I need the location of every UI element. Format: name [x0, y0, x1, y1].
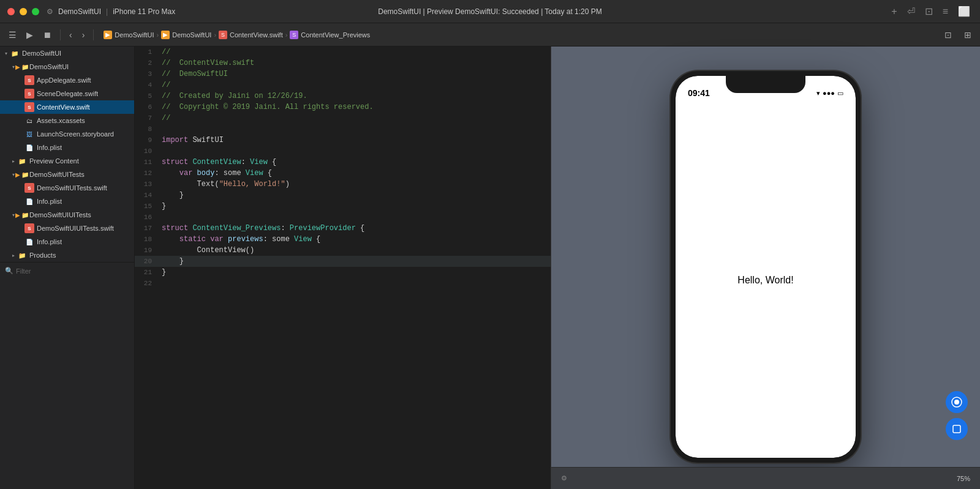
line-content [157, 212, 551, 223]
sidebar-item-assets.xcassets[interactable]: 🗂Assets.xcassets [0, 114, 134, 127]
sidebar-item-demoswiftui[interactable]: ▾▶ 📁DemoSwiftUI [0, 60, 134, 73]
code-line-11[interactable]: 11struct ContentView: View { [135, 157, 551, 168]
breadcrumb-symbol[interactable]: ContentView_Previews [301, 31, 370, 39]
status-time: 09:41 [688, 88, 710, 98]
line-number: 10 [135, 146, 157, 157]
sidebar-item-appdelegate.swift[interactable]: SAppDelegate.swift [0, 73, 134, 87]
toolbar-separator-2 [93, 29, 94, 40]
sidebar-item-demoswiftui[interactable]: ▾📁DemoSwiftUI [0, 47, 134, 60]
code-line-17[interactable]: 17struct ContentView_Previews: PreviewPr… [135, 223, 551, 234]
code-line-4[interactable]: 4// [135, 80, 551, 91]
folder-icon: 📁 [17, 250, 27, 260]
sidebar-item-launchscreen.storyboard[interactable]: 🖼LaunchScreen.storyboard [0, 127, 134, 141]
svg-point-1 [954, 400, 959, 405]
run-button[interactable]: ▶ [23, 28, 37, 42]
filter-icon: 🔍 [5, 267, 13, 275]
code-line-19[interactable]: 19 ContentView() [135, 245, 551, 256]
sidebar-item-info.plist[interactable]: 📄Info.plist [0, 141, 134, 154]
sidebar-item-label: ContentView.swift [37, 103, 90, 111]
line-content: // DemoSwiftUI [157, 69, 551, 80]
sidebar-item-products[interactable]: ▸📁Products [0, 248, 134, 262]
sidebar-item-demoswiftuitests.swift[interactable]: SDemoSwiftUITests.swift [0, 181, 134, 195]
editor-content[interactable]: 1//2// ContentView.swift3// DemoSwiftUI4… [135, 47, 551, 489]
maximize-button[interactable] [32, 8, 39, 15]
line-number: 19 [135, 245, 157, 256]
sidebar-item-preview-content[interactable]: ▸📁Preview Content [0, 154, 134, 168]
breadcrumb-struct-icon: S [290, 31, 298, 39]
line-number: 8 [135, 124, 157, 135]
sidebar-item-info.plist[interactable]: 📄Info.plist [0, 195, 134, 208]
code-line-15[interactable]: 15} [135, 201, 551, 212]
code-line-12[interactable]: 12 var body: some View { [135, 168, 551, 179]
code-line-16[interactable]: 16 [135, 212, 551, 223]
sidebar-item-label: Products [29, 252, 56, 259]
line-number: 2 [135, 58, 157, 69]
breadcrumb-group[interactable]: DemoSwiftUI [172, 31, 211, 39]
scheme-icon: ⚙ [47, 7, 53, 16]
sidebar-item-scenedelegate.swift[interactable]: SSceneDelegate.swift [0, 87, 134, 100]
breadcrumb-file[interactable]: ContentView.swift [230, 31, 283, 39]
sidebar-item-label: Info.plist [37, 198, 62, 205]
sidebar-item-demoswiftuitests[interactable]: ▾▶ 📁DemoSwiftUITests [0, 168, 134, 181]
sidebar-item-demoswiftuiuitests[interactable]: ▾▶ 📁DemoSwiftUIUITests [0, 208, 134, 222]
sidebar-toggle-button[interactable]: ☰ [5, 28, 20, 42]
breadcrumb-sep-1: › [157, 31, 159, 39]
folder-icon: ▶ 📁 [17, 62, 27, 72]
add-tab-button[interactable]: + [889, 5, 899, 18]
code-line-6[interactable]: 6// Copyright © 2019 Jaini. All rights r… [135, 102, 551, 113]
fullscreen-button[interactable]: ⬜ [956, 4, 973, 18]
root-folder-icon: 📁 [10, 48, 20, 58]
code-line-8[interactable]: 8 [135, 124, 551, 135]
layout-button[interactable]: ⊞ [960, 28, 975, 42]
toolbar-separator-1 [60, 29, 61, 40]
code-line-10[interactable]: 10 [135, 146, 551, 157]
stack-view-button[interactable]: ≡ [940, 5, 951, 18]
sidebar-item-contentview.swift[interactable]: SContentView.swift [0, 100, 134, 114]
line-number: 17 [135, 223, 157, 234]
code-line-9[interactable]: 9import SwiftUI [135, 135, 551, 146]
breadcrumb-project[interactable]: DemoSwiftUI [115, 31, 154, 39]
stop-button[interactable]: ⏹ [39, 28, 55, 42]
close-button[interactable] [7, 8, 15, 15]
line-content: struct ContentView: View { [157, 157, 551, 168]
breadcrumb: ▶ DemoSwiftUI › ▶ DemoSwiftUI › S Conten… [104, 31, 370, 39]
back-button[interactable]: ‹ [66, 28, 76, 42]
code-line-22[interactable]: 22 [135, 278, 551, 289]
line-content [157, 278, 551, 289]
enter-button[interactable]: ⏎ [905, 4, 918, 18]
code-line-20[interactable]: 20 } [135, 256, 551, 267]
code-editor[interactable]: 1//2// ContentView.swift3// DemoSwiftUI4… [135, 47, 551, 489]
code-line-18[interactable]: 18 static var previews: some View { [135, 234, 551, 245]
line-number: 16 [135, 212, 157, 223]
code-line-5[interactable]: 5// Created by Jaini on 12/26/19. [135, 91, 551, 102]
code-line-2[interactable]: 2// ContentView.swift [135, 58, 551, 69]
inspect-button[interactable] [946, 418, 968, 440]
forward-button[interactable]: › [78, 28, 89, 42]
code-line-14[interactable]: 14 } [135, 190, 551, 201]
minimize-button[interactable] [20, 8, 27, 15]
split-view-button[interactable]: ⊡ [922, 4, 935, 18]
line-number: 7 [135, 113, 157, 124]
preview-bottom-left: ⚙ [561, 474, 567, 482]
code-line-7[interactable]: 7// [135, 113, 551, 124]
line-number: 21 [135, 267, 157, 278]
line-number: 20 [135, 256, 157, 267]
titlebar-status: DemoSwiftUI | Preview DemoSwiftUI: Succe… [378, 7, 602, 16]
sidebar-item-info.plist[interactable]: 📄Info.plist [0, 235, 134, 248]
sidebar-item-label: AppDelegate.swift [37, 77, 91, 84]
file-navigator: ▾📁DemoSwiftUI▾▶ 📁DemoSwiftUISAppDelegate… [0, 47, 135, 489]
line-content: } [157, 256, 551, 267]
swift-file-icon: S [24, 75, 34, 85]
line-content: var body: some View { [157, 168, 551, 179]
code-line-13[interactable]: 13 Text("Hello, World!") [135, 179, 551, 190]
code-line-1[interactable]: 1// [135, 47, 551, 58]
split-editor-button[interactable]: ⊡ [941, 28, 956, 42]
line-number: 1 [135, 47, 157, 58]
code-line-21[interactable]: 21} [135, 267, 551, 278]
sidebar-item-demoswiftuiuitests.swift[interactable]: SDemoSwiftUIUITests.swift [0, 222, 134, 235]
iphone-screen: 09:41 ▾ ●●● ▭ Hello, World! [676, 76, 856, 458]
code-line-3[interactable]: 3// DemoSwiftUI [135, 69, 551, 80]
line-number: 9 [135, 135, 157, 146]
live-preview-button[interactable] [946, 391, 968, 413]
filter-input[interactable] [16, 267, 129, 275]
